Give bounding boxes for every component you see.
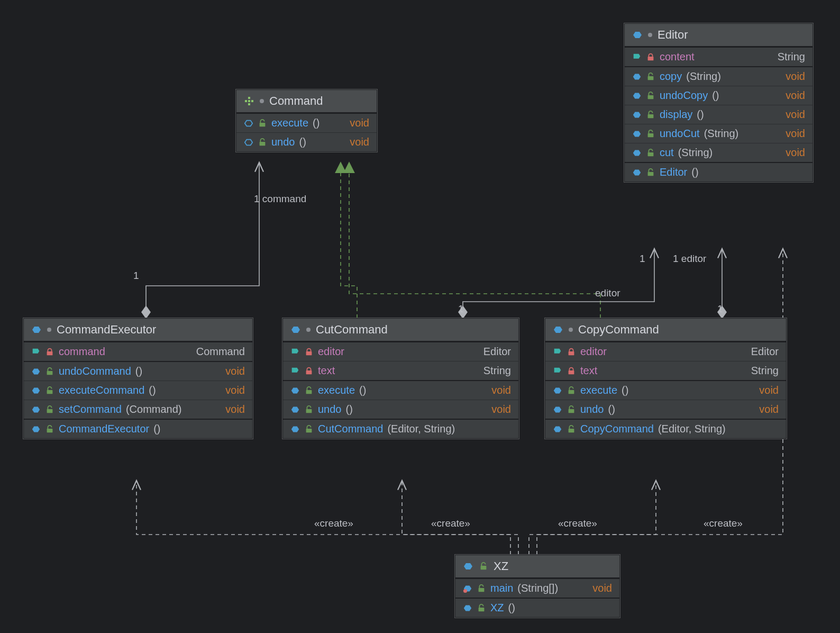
svg-rect-17 — [47, 409, 53, 413]
svg-rect-11 — [648, 133, 654, 137]
class-icon — [31, 324, 42, 335]
role-label: editor — [595, 287, 620, 299]
method-icon — [632, 91, 642, 101]
method-row[interactable]: copy(String) void — [625, 66, 812, 86]
lock-icon — [567, 347, 576, 357]
svg-rect-10 — [648, 114, 654, 118]
svg-rect-19 — [306, 351, 312, 355]
svg-rect-0 — [248, 97, 250, 99]
svg-rect-16 — [47, 390, 53, 394]
run-method-icon — [463, 584, 472, 593]
svg-rect-9 — [648, 95, 654, 99]
class-xz[interactable]: XZ main(String[]) void XZ() — [455, 555, 620, 618]
multiplicity-label: 1 — [717, 303, 723, 315]
unlock-icon — [646, 129, 655, 139]
svg-rect-4 — [248, 103, 250, 105]
field-icon — [553, 366, 562, 376]
svg-rect-22 — [306, 409, 312, 413]
lock-icon — [304, 366, 314, 376]
svg-rect-32 — [479, 608, 485, 611]
constructor-row[interactable]: Editor() — [625, 162, 812, 182]
class-name: CutCommand — [316, 323, 388, 337]
unlock-icon — [304, 386, 314, 395]
svg-rect-28 — [569, 429, 574, 432]
field-row[interactable]: editor Editor — [545, 341, 786, 361]
class-command[interactable]: Command execute() void undo() void — [236, 89, 377, 152]
unlock-icon — [258, 138, 267, 147]
field-icon — [290, 366, 300, 376]
unlock-icon — [646, 91, 655, 101]
method-row[interactable]: setCommand(Command) void — [24, 400, 252, 419]
method-icon — [31, 424, 41, 434]
class-name: Command — [269, 94, 323, 108]
method-row[interactable]: main(String[]) void — [455, 578, 619, 598]
constructor-row[interactable]: CopyCommand(Editor, String) — [545, 419, 786, 438]
field-icon — [31, 347, 41, 357]
constructor-row[interactable]: CommandExecutor() — [24, 419, 252, 438]
svg-rect-3 — [251, 100, 253, 102]
field-icon — [632, 52, 642, 62]
visibility-dot — [47, 328, 51, 332]
svg-rect-8 — [648, 76, 654, 80]
multiplicity-label: 1 — [458, 303, 464, 315]
class-cut-command[interactable]: CutCommand editor Editor text String exe… — [282, 318, 519, 439]
field-row[interactable]: command Command — [24, 341, 252, 361]
svg-rect-29 — [481, 566, 487, 569]
method-row[interactable]: execute() void — [545, 380, 786, 400]
method-icon — [632, 168, 642, 177]
multiplicity-label: 1 — [133, 270, 139, 282]
multiplicity-label: 1 command — [254, 193, 306, 205]
method-row[interactable]: display() void — [625, 105, 812, 124]
unlock-icon — [45, 367, 54, 376]
class-icon — [632, 30, 643, 40]
method-row[interactable]: cut(String) void — [625, 143, 812, 162]
unlock-icon — [45, 405, 54, 414]
lock-icon — [45, 347, 54, 357]
constructor-row[interactable]: XZ() — [455, 598, 619, 617]
unlock-icon — [477, 584, 486, 593]
class-command-executor[interactable]: CommandExecutor command Command undoComm… — [23, 318, 253, 439]
svg-rect-15 — [47, 371, 53, 375]
field-row[interactable]: text String — [283, 361, 518, 380]
uml-canvas: 1 command 1 1 1 1 1 editor editor «creat… — [0, 0, 840, 633]
unlock-icon — [258, 119, 267, 128]
unlock-icon — [304, 424, 314, 434]
svg-rect-21 — [306, 390, 312, 394]
svg-point-30 — [463, 589, 467, 592]
svg-rect-23 — [306, 429, 312, 432]
unlock-icon — [646, 72, 655, 82]
field-row[interactable]: text String — [545, 361, 786, 380]
class-copy-command[interactable]: CopyCommand editor Editor text String ex… — [545, 318, 787, 439]
constructor-row[interactable]: CutCommand(Editor, String) — [283, 419, 518, 438]
method-row[interactable]: undoCommand() void — [24, 361, 252, 381]
method-row[interactable]: undoCopy() void — [625, 86, 812, 105]
class-icon — [553, 324, 563, 335]
field-row[interactable]: editor Editor — [283, 341, 518, 361]
method-row[interactable]: undo() void — [545, 400, 786, 419]
unlock-icon — [479, 562, 488, 571]
class-name: XZ — [494, 559, 508, 573]
create-label: «create» — [558, 518, 597, 529]
method-row[interactable]: executeCommand() void — [24, 381, 252, 400]
method-icon — [553, 424, 562, 434]
class-icon — [290, 324, 301, 335]
svg-rect-31 — [479, 588, 485, 592]
svg-rect-5 — [260, 123, 266, 126]
class-editor[interactable]: Editor content String copy(String) void … — [624, 23, 813, 182]
field-row[interactable]: content String — [625, 47, 812, 66]
svg-rect-27 — [569, 409, 574, 413]
svg-rect-6 — [260, 142, 266, 146]
field-icon — [553, 347, 562, 357]
svg-rect-14 — [47, 351, 53, 355]
method-row[interactable]: undoCut(String) void — [625, 124, 812, 143]
class-name: CopyCommand — [578, 323, 659, 337]
field-icon — [290, 347, 300, 357]
method-icon — [632, 110, 642, 120]
unlock-icon — [646, 148, 655, 158]
method-row[interactable]: undo() void — [283, 400, 518, 419]
method-row[interactable]: execute() void — [236, 113, 377, 132]
svg-rect-26 — [569, 390, 574, 394]
unlock-icon — [567, 424, 576, 434]
method-row[interactable]: undo() void — [236, 132, 377, 151]
method-row[interactable]: execute() void — [283, 380, 518, 400]
